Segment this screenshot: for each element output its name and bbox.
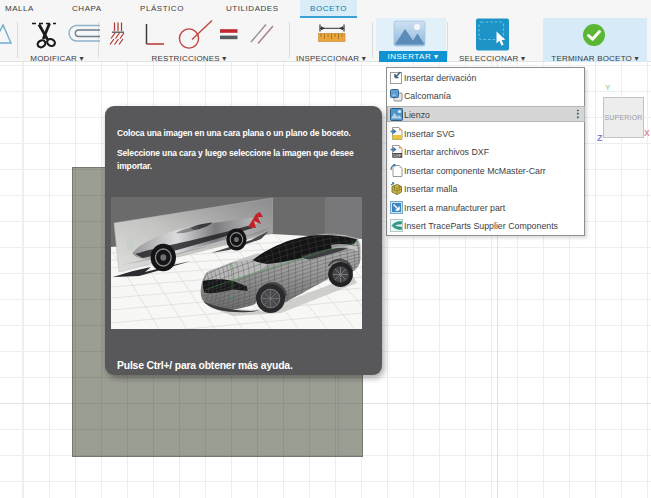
svg-text:DXF: DXF <box>393 153 402 158</box>
